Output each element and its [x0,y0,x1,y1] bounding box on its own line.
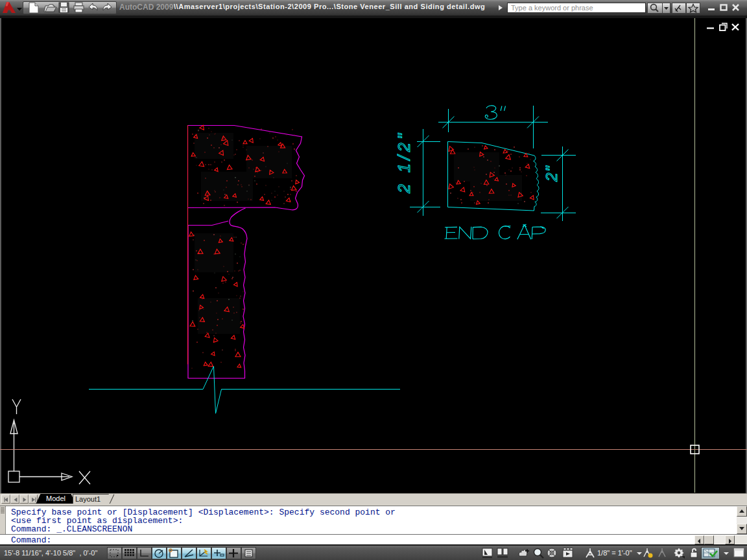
svg-text:2": 2" [543,165,560,182]
svg-text:2 1/2": 2 1/2" [395,130,413,194]
